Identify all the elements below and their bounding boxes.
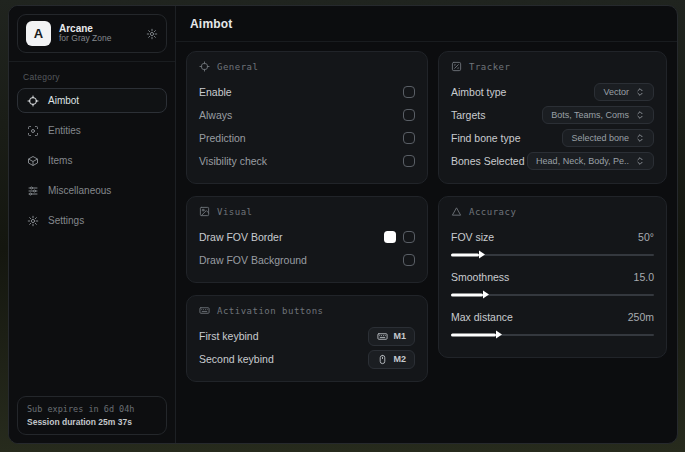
keyboard-icon (377, 331, 388, 342)
setting-row-aimbot-type: Aimbot type Vector (451, 81, 654, 103)
slider-fill[interactable] (451, 333, 496, 336)
chevrons-up-down-icon (635, 133, 645, 143)
setting-label: Visibility check (199, 155, 267, 167)
section-title: Tracker (469, 62, 510, 72)
sliders-icon (27, 185, 39, 197)
accuracy-card: Accuracy FOV size 50° Smoothness 15.0 (438, 196, 667, 358)
smoothness-slider[interactable] (451, 290, 654, 299)
fov-border-color-swatch[interactable] (384, 231, 396, 243)
draw-fov-background-checkbox[interactable] (403, 254, 415, 266)
draw-fov-border-checkbox[interactable] (403, 231, 415, 243)
activation-buttons-card: Activation buttons First keybind M1 Seco… (186, 295, 428, 382)
slider-value: 50° (638, 231, 654, 243)
slider-fill[interactable] (451, 253, 479, 256)
chevrons-up-down-icon (635, 156, 645, 166)
find-bone-type-select[interactable]: Selected bone (562, 129, 654, 147)
enable-checkbox[interactable] (403, 86, 415, 98)
setting-row-visibility-check: Visibility check (199, 150, 415, 172)
setting-row-max-distance: Max distance 250m (451, 306, 654, 328)
targets-select[interactable]: Bots, Teams, Coms (542, 106, 654, 124)
visual-card: Visual Draw FOV Border Draw FOV Backgrou… (186, 196, 428, 283)
slider-fill[interactable] (451, 293, 483, 296)
setting-label: Second keybind (199, 353, 274, 365)
sidebar-item-entities[interactable]: Entities (17, 118, 167, 143)
sidebar-item-miscellaneous[interactable]: Miscellaneous (17, 178, 167, 203)
section-title: General (217, 62, 258, 72)
sidebar-item-label: Items (48, 155, 72, 166)
subscription-info-card: Sub expires in 6d 04h Session duration 2… (17, 396, 167, 435)
brand-card: A Arcane for Gray Zone (17, 14, 167, 53)
category-label: Category (9, 68, 175, 88)
setting-row-bones-selected: Bones Selected Head, Neck, Body, Pe.. (451, 150, 654, 172)
setting-row-draw-fov-border: Draw FOV Border (199, 226, 415, 248)
sub-expires-text: Sub expires in 6d 04h (27, 404, 157, 414)
sidebar-divider (9, 61, 175, 62)
select-value: Vector (603, 87, 629, 97)
setting-label: Always (199, 109, 232, 121)
setting-label: Prediction (199, 132, 246, 144)
crosshair-icon (199, 61, 210, 72)
tracker-card: Tracker Aimbot type Vector Targets (438, 51, 667, 184)
setting-label: FOV size (451, 231, 494, 243)
app-window: A Arcane for Gray Zone Category Aimbot (8, 5, 678, 444)
second-keybind-button[interactable]: M2 (368, 350, 415, 369)
section-title: Visual (217, 207, 253, 217)
sidebar-item-items[interactable]: Items (17, 148, 167, 173)
setting-row-enable: Enable (199, 81, 415, 103)
setting-label: Max distance (451, 311, 513, 323)
first-keybind-button[interactable]: M1 (368, 327, 415, 346)
route-icon (451, 61, 462, 72)
setting-row-smoothness: Smoothness 15.0 (451, 266, 654, 288)
select-value: Bots, Teams, Coms (551, 110, 629, 120)
page-title: Aimbot (190, 17, 663, 31)
general-card: General Enable Always Prediction (186, 51, 428, 184)
setting-row-find-bone-type: Find bone type Selected bone (451, 127, 654, 149)
prediction-checkbox[interactable] (403, 132, 415, 144)
setting-row-fov-size: FOV size 50° (451, 226, 654, 248)
main-header: Aimbot (176, 6, 677, 42)
crosshair-icon (27, 95, 39, 107)
section-title: Activation buttons (217, 306, 324, 316)
gear-icon[interactable] (146, 28, 158, 40)
sidebar-item-settings[interactable]: Settings (17, 208, 167, 233)
setting-row-always: Always (199, 104, 415, 126)
visibility-check-checkbox[interactable] (403, 155, 415, 167)
keyboard-icon (199, 305, 210, 316)
section-title: Accuracy (469, 207, 516, 217)
slider-value: 250m (628, 311, 654, 323)
setting-row-targets: Targets Bots, Teams, Coms (451, 104, 654, 126)
mouse-icon (377, 354, 388, 365)
main-panel: Aimbot General Enable (176, 6, 677, 443)
bones-selected-select[interactable]: Head, Neck, Body, Pe.. (527, 152, 654, 170)
always-checkbox[interactable] (403, 109, 415, 121)
aimbot-type-select[interactable]: Vector (594, 83, 654, 101)
setting-row-second-keybind: Second keybind M2 (199, 348, 415, 370)
sidebar: A Arcane for Gray Zone Category Aimbot (9, 6, 176, 443)
package-icon (27, 155, 39, 167)
brand-logo: A (26, 21, 51, 46)
sidebar-item-label: Miscellaneous (48, 185, 111, 196)
fov-size-slider[interactable] (451, 250, 654, 259)
setting-row-first-keybind: First keybind M1 (199, 325, 415, 347)
setting-label: Draw FOV Border (199, 231, 282, 243)
triangle-icon (451, 206, 462, 217)
setting-label: Find bone type (451, 132, 520, 144)
sidebar-item-label: Aimbot (48, 95, 79, 106)
brand-subtitle: for Gray Zone (59, 34, 138, 44)
chevrons-up-down-icon (635, 110, 645, 120)
session-duration-text: Session duration 25m 37s (27, 417, 157, 427)
select-value: Head, Neck, Body, Pe.. (536, 156, 629, 166)
setting-row-prediction: Prediction (199, 127, 415, 149)
max-distance-slider[interactable] (451, 330, 654, 339)
setting-label: Enable (199, 86, 232, 98)
keybind-value: M2 (393, 354, 406, 364)
sidebar-item-label: Entities (48, 125, 81, 136)
sidebar-item-aimbot[interactable]: Aimbot (17, 88, 167, 113)
chevrons-up-down-icon (635, 87, 645, 97)
setting-label: First keybind (199, 330, 259, 342)
setting-label: Targets (451, 109, 485, 121)
select-value: Selected bone (571, 133, 629, 143)
setting-row-draw-fov-background: Draw FOV Background (199, 249, 415, 271)
sidebar-item-label: Settings (48, 215, 84, 226)
setting-label: Draw FOV Background (199, 254, 307, 266)
